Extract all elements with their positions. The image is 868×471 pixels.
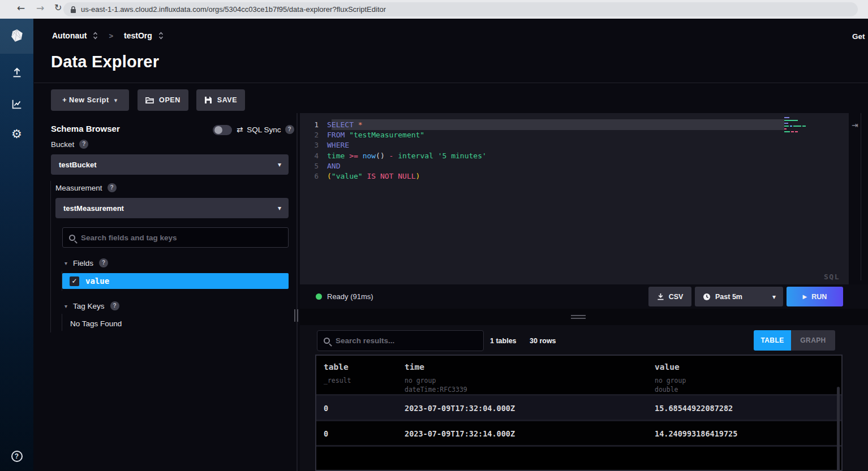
time-range-dropdown[interactable]: Past 5m ▾ (695, 287, 783, 306)
nav-sidebar: ⚙ ? (0, 19, 33, 471)
fields-help-icon[interactable]: ? (99, 258, 108, 267)
browser-refresh-icon[interactable]: ↻ (54, 2, 62, 13)
divider-grip[interactable] (297, 309, 298, 322)
fields-collapse-icon[interactable]: ▾ (65, 260, 67, 266)
sql-sync-label: ⇄ SQL Sync ? (237, 125, 294, 134)
app-window: ⚙ ? Autonaut > testOrg Get Data Explorer (0, 19, 868, 471)
table-scrollbar[interactable] (837, 387, 840, 471)
rows-count: 30 rows (530, 337, 556, 345)
help-icon[interactable]: ? (0, 451, 33, 462)
divider-grip (571, 318, 586, 319)
breadcrumb-separator: > (109, 32, 113, 40)
panel-vertical-divider[interactable] (297, 113, 298, 471)
measurement-label: Measurement ? (55, 183, 117, 192)
search-icon (324, 338, 330, 344)
breadcrumb-org[interactable]: Autonaut (52, 31, 87, 40)
page-title: Data Explorer (51, 53, 159, 71)
right-panel-divider (861, 113, 861, 280)
column-meta: _result (324, 377, 351, 384)
results-horizontal-divider[interactable] (300, 309, 868, 325)
schema-search-field[interactable] (62, 227, 289, 248)
results-search-input[interactable] (336, 336, 477, 345)
language-badge: SQL (824, 273, 840, 281)
sql-sync-help-icon[interactable]: ? (285, 125, 294, 134)
bucket-help-icon[interactable]: ? (79, 140, 88, 149)
code-line: 4 time >= now() - interval '5 minutes' (300, 150, 849, 161)
editor-minimap[interactable] (784, 117, 828, 137)
code-line: 1 SELECT * (300, 119, 849, 129)
column-header: table (324, 362, 349, 371)
new-script-caret-icon: ▾ (114, 97, 118, 104)
browser-url-bar[interactable]: us-east-1-1.aws.cloud2.influxdata.com/or… (63, 2, 858, 16)
column-meta: dateTime:RFC3339 (405, 386, 467, 394)
new-script-button[interactable]: + New Script ▾ (51, 89, 129, 111)
tag-keys-collapse-icon[interactable]: ▾ (65, 303, 67, 309)
tree-indent-guide (62, 314, 62, 331)
results-search-field[interactable] (317, 330, 484, 351)
column-meta: no group (405, 377, 436, 384)
results-table: table _result time no group dateTime:RFC… (315, 355, 843, 471)
column-header: time (405, 362, 424, 371)
tree-indent-guide (50, 181, 51, 332)
schema-browser-title: Schema Browser (51, 124, 120, 133)
results-panel: 1 tables 30 rows TABLE GRAPH table _resu… (300, 325, 868, 471)
measurement-help-icon[interactable]: ? (108, 183, 117, 192)
csv-download-button[interactable]: CSV (648, 287, 691, 306)
bucket-caret-icon: ▾ (278, 161, 281, 168)
no-tags-message: No Tags Found (70, 319, 122, 328)
settings-gear-icon[interactable]: ⚙ (0, 127, 33, 141)
time-range-caret-icon: ▾ (772, 293, 776, 301)
value-checkbox[interactable]: ✓ (70, 276, 79, 286)
sql-sync-toggle[interactable] (213, 125, 232, 135)
data-explorer-nav-icon[interactable] (0, 98, 33, 110)
results-table-header: table _result time no group dateTime:RFC… (316, 356, 841, 396)
sql-sync-icon: ⇄ (237, 125, 243, 134)
expand-panel-right-icon[interactable]: ⇥ (852, 120, 858, 129)
org-switcher-icon[interactable] (93, 31, 98, 40)
run-query-button[interactable]: ▶ RUN (787, 287, 843, 306)
field-item-value[interactable]: ✓ value (62, 273, 289, 289)
measurement-caret-icon: ▾ (278, 204, 281, 212)
upload-nav-icon[interactable] (0, 67, 33, 79)
save-button[interactable]: SAVE (196, 89, 245, 111)
column-header: value (655, 362, 680, 371)
code-line: 2 FROM "testMeasurement" (300, 129, 849, 140)
workspace-switcher-icon[interactable] (158, 31, 164, 40)
title-divider (34, 83, 868, 83)
divider-grip[interactable] (294, 309, 295, 322)
get-link[interactable]: Get (852, 32, 865, 41)
breadcrumb-workspace[interactable]: testOrg (124, 31, 152, 40)
measurement-dropdown[interactable]: testMeasurement ▾ (55, 198, 289, 218)
lock-icon (70, 6, 76, 14)
query-status-bar: Ready (91ms) CSV Past 5m ▾ ▶ RUN (300, 284, 868, 309)
breadcrumb: Autonaut > testOrg (52, 31, 164, 40)
fields-section-header[interactable]: ▾ Fields ? (65, 258, 108, 267)
bucket-label: Bucket ? (51, 140, 88, 149)
browser-back-icon[interactable]: ← (17, 2, 25, 14)
table-row: 0 2023-07-09T17:32:04.000Z 15.6854492208… (316, 396, 841, 421)
search-icon (69, 235, 75, 241)
tab-table-view[interactable]: TABLE (754, 330, 791, 351)
status-text: Ready (91ms) (327, 292, 373, 301)
code-line: 5 AND (300, 161, 849, 171)
code-line: 6 ("value" IS NOT NULL) (300, 171, 849, 181)
tab-graph-view[interactable]: GRAPH (791, 330, 835, 351)
browser-chrome: ← → ↻ us-east-1-1.aws.cloud2.influxdata.… (0, 0, 868, 19)
schema-search-input[interactable] (81, 234, 282, 242)
status-indicator-dot (316, 293, 322, 300)
play-icon: ▶ (803, 293, 807, 300)
tag-keys-section-header[interactable]: ▾ Tag Keys ? (65, 301, 119, 310)
sql-code-editor[interactable]: 1 SELECT * 2 FROM "testMeasurement" 3 WH… (300, 113, 849, 284)
tables-count: 1 tables (490, 337, 517, 345)
bucket-dropdown[interactable]: testBucket ▾ (51, 154, 289, 175)
open-button[interactable]: OPEN (137, 89, 188, 111)
influxdb-cube-icon (10, 29, 24, 44)
divider-grip (571, 315, 586, 316)
save-disk-icon (204, 96, 212, 104)
browser-url-text: us-east-1-1.aws.cloud2.influxdata.com/or… (81, 5, 386, 14)
influxdb-logo[interactable] (0, 19, 33, 54)
browser-forward-icon[interactable]: → (36, 2, 44, 14)
download-icon (657, 293, 664, 300)
column-meta: no group (655, 377, 686, 384)
tag-keys-help-icon[interactable]: ? (110, 301, 119, 310)
